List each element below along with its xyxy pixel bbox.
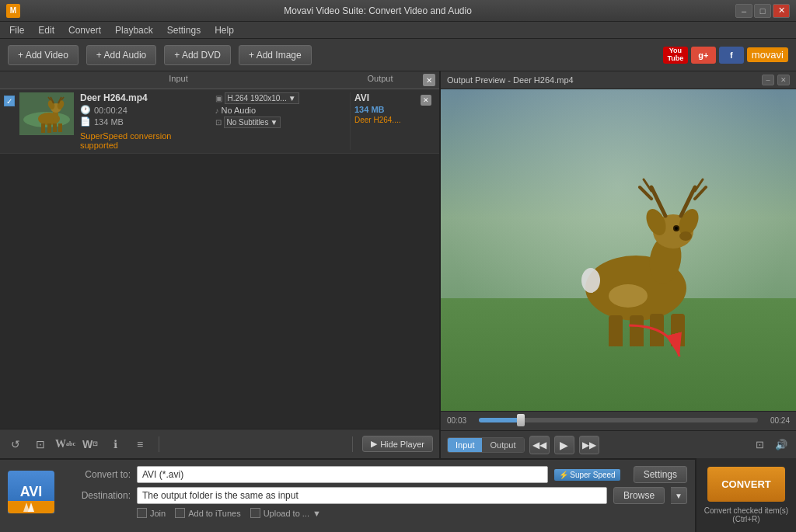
preview-close-button[interactable]: ✕ [777, 75, 790, 85]
crop-icon[interactable]: ⊡ [31, 435, 50, 454]
superspeed-button[interactable]: ⚡ Super Speed [554, 469, 620, 481]
avi-format-badge: AVI [8, 471, 54, 513]
video-preview [441, 89, 796, 411]
audio-row: ♪ No Audio [215, 106, 347, 115]
itunes-checkbox[interactable] [175, 508, 185, 518]
menu-convert[interactable]: Convert [62, 23, 107, 37]
convert-button-section: CONVERT Convert checked item(s) (Ctrl+R) [695, 458, 796, 532]
itunes-checkbox-label[interactable]: Add to iTunes [175, 508, 240, 518]
convert-to-row: AVI Convert to: ⚡ Super Speed Settings [8, 466, 687, 518]
preview-header: Output Preview - Deer H264.mp4 – ✕ [441, 71, 796, 89]
table-row: ✓ [0, 89, 439, 154]
titlebar: M Movavi Video Suite: Convert Video and … [0, 0, 796, 22]
superspeed-label: SuperSpeed conversion supported [80, 131, 211, 150]
add-image-button[interactable]: + Add Image [239, 45, 312, 65]
close-button[interactable]: ✕ [773, 4, 790, 18]
timeline-time-current: 00:03 [447, 416, 474, 425]
facebook-icon[interactable]: f [719, 47, 744, 64]
main-toolbar: + Add Video + Add Audio + Add DVD + Add … [0, 39, 796, 71]
browse-dropdown-button[interactable]: ▼ [671, 487, 687, 504]
file-checkbox[interactable]: ✓ [4, 96, 15, 106]
minimize-button[interactable]: – [735, 4, 752, 18]
menu-file[interactable]: File [3, 23, 30, 37]
subtitles-dropdown[interactable]: No Subtitles ▼ [224, 116, 281, 128]
input-column-header: Input [19, 74, 337, 86]
window-controls: – □ ✕ [735, 4, 790, 18]
menu-settings[interactable]: Settings [161, 23, 207, 37]
row-checkbox-area: ✓ [4, 92, 19, 150]
join-checkbox[interactable] [137, 508, 147, 518]
playback-controls: Input Output ◀◀ ▶ ▶▶ ⊡ 🔊 [441, 430, 796, 458]
input-toggle-button[interactable]: Input [448, 438, 482, 452]
equalizer-icon[interactable]: ≡ [131, 435, 149, 454]
menu-edit[interactable]: Edit [32, 23, 61, 37]
text-icon[interactable]: Wabc [56, 435, 75, 454]
svg-marker-37 [28, 502, 34, 512]
social-links: YouTube g+ f movavi [663, 47, 788, 64]
file-name: Deer H264.mp4 [80, 92, 211, 103]
googleplus-icon[interactable]: g+ [691, 47, 716, 64]
file-thumbnail [19, 92, 74, 135]
watermark-icon[interactable]: W⊡ [81, 435, 100, 454]
rewind-button[interactable]: ◀◀ [529, 436, 550, 454]
svg-point-26 [679, 231, 692, 241]
youtube-icon[interactable]: YouTube [663, 47, 688, 64]
checkboxes-row: Join Add to iTunes Upload to ... ▼ [137, 508, 687, 518]
menubar: File Edit Convert Playback Settings Help [0, 22, 796, 39]
format-input[interactable] [137, 466, 548, 483]
timeline-area: 00:03 00:24 [441, 411, 796, 430]
svg-line-25 [695, 179, 703, 191]
play-button[interactable]: ▶ [554, 436, 574, 454]
editing-toolbar: ↺ ⊡ Wabc W⊡ ℹ ≡ ▶ Hide Player [0, 429, 439, 458]
convert-button[interactable]: CONVERT [707, 467, 785, 502]
timeline-track[interactable] [479, 418, 758, 422]
preview-minimize-button[interactable]: – [762, 75, 774, 85]
movavi-logo[interactable]: movavi [747, 47, 788, 62]
svg-rect-29 [609, 315, 623, 346]
timeline-thumb[interactable] [517, 414, 525, 426]
menu-playback[interactable]: Playback [109, 23, 159, 37]
rotate-icon[interactable]: ↺ [6, 435, 25, 454]
output-toggle-button[interactable]: Output [482, 438, 523, 452]
crop-preview-icon[interactable]: ⊡ [751, 436, 768, 454]
browse-button[interactable]: Browse [613, 487, 665, 504]
hide-player-icon: ▶ [371, 439, 377, 449]
add-audio-button[interactable]: + Add Audio [86, 45, 156, 65]
svg-rect-11 [41, 123, 45, 133]
convert-to-label: Convert to: [61, 469, 131, 480]
destination-input[interactable] [137, 487, 607, 504]
upload-checkbox-label[interactable]: Upload to ... ▼ [250, 508, 321, 518]
join-checkbox-label[interactable]: Join [137, 508, 166, 518]
clear-all-button[interactable]: ✕ [423, 74, 435, 86]
remove-file-button[interactable]: ✕ [421, 95, 431, 106]
add-video-button[interactable]: + Add Video [8, 45, 79, 65]
output-filename: Deer H264.... [354, 116, 435, 124]
add-dvd-button[interactable]: + Add DVD [164, 45, 231, 65]
menu-help[interactable]: Help [208, 23, 240, 37]
convert-tooltip: Convert checked item(s) (Ctrl+R) [696, 506, 796, 523]
svg-point-33 [609, 284, 648, 308]
files-list: ✓ [0, 89, 439, 429]
file-size: 📄 134 MB [80, 116, 211, 127]
volume-icon[interactable]: 🔊 [773, 436, 790, 454]
file-properties: ▣ H.264 1920x10... ▼ ♪ No Audio ⊡ No Su [211, 92, 351, 150]
svg-rect-13 [53, 123, 57, 132]
video-codec-row: ▣ H.264 1920x10... ▼ [215, 92, 347, 104]
convert-arrow-indicator [625, 322, 687, 368]
file-duration: 🕐 00:00:24 [80, 105, 211, 115]
settings-button[interactable]: Settings [634, 466, 687, 483]
preview-title: Output Preview - Deer H264.mp4 [447, 75, 574, 85]
hide-player-button[interactable]: ▶ Hide Player [362, 436, 433, 452]
upload-checkbox[interactable] [250, 508, 260, 518]
file-output-info: AVI 134 MB Deer H264.... ✕ [350, 92, 435, 150]
svg-rect-14 [58, 123, 62, 132]
left-panel: Input Output ✕ ✓ [0, 71, 441, 458]
info-icon[interactable]: ℹ [106, 435, 124, 454]
output-size: 134 MB [354, 105, 435, 114]
deer-svg [550, 144, 721, 346]
timeline-bar[interactable]: 00:03 00:24 [447, 415, 790, 426]
video-codec-dropdown[interactable]: H.264 1920x10... ▼ [225, 92, 299, 104]
forward-button[interactable]: ▶▶ [579, 436, 599, 454]
destination-label: Destination: [61, 490, 131, 501]
maximize-button[interactable]: □ [754, 4, 771, 18]
